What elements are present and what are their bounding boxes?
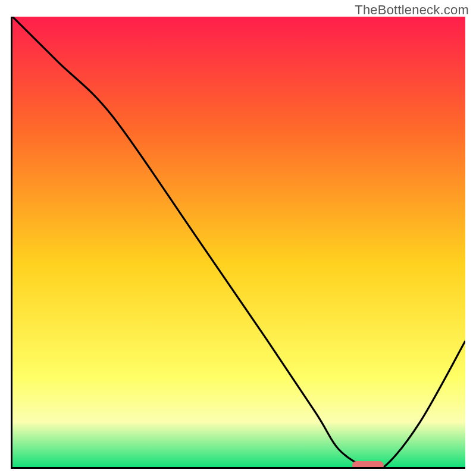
chart-container: TheBottleneck.com (0, 0, 476, 476)
watermark-text: TheBottleneck.com (355, 2, 469, 18)
axes (11, 17, 465, 469)
